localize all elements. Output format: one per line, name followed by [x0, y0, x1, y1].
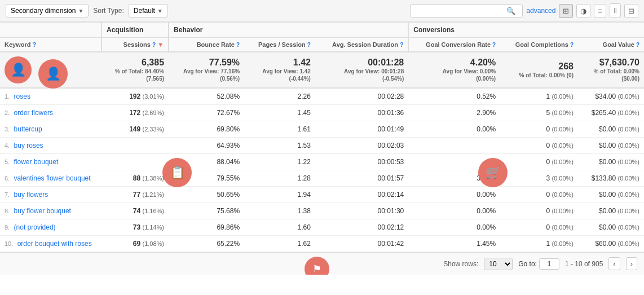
avg-session-cell: 00:01:49: [315, 121, 408, 138]
group-header-row: Acquisition Behavior Conversions: [0, 23, 644, 38]
goal-conv-rate-cell: 0.00%: [408, 203, 500, 219]
goal-conv-rate-cell: 0.00%: [408, 121, 500, 138]
goal-completions-help-icon[interactable]: ?: [570, 42, 574, 48]
list-view-button[interactable]: ≡: [594, 4, 606, 18]
row-number: 1.: [5, 93, 12, 100]
table-row: 9. (not provided) 73 (1.14%) 69.86% 1.60…: [0, 219, 644, 236]
goal-conv-rate-cell: [408, 138, 500, 154]
table-view-button[interactable]: ⊟: [624, 4, 638, 18]
keyword-link[interactable]: order bouquet with roses: [17, 240, 92, 248]
pages-session-cell: 1.22: [244, 154, 315, 170]
goto-label: Go to:: [518, 260, 537, 268]
goal-conv-rate-cell: 3.41%: [408, 170, 500, 187]
keyword-col-header: Keyword ?: [0, 38, 102, 52]
totals-avg-session: 00:01:28 Avg for View: 00:01:28(-0.54%): [315, 52, 408, 88]
sessions-cell: 88 (1.38%): [102, 170, 169, 187]
goal-value-cell: $0.00 (0.00%): [578, 187, 644, 203]
secondary-dimension-dropdown[interactable]: Secondary dimension ▼: [6, 4, 89, 17]
search-box: 🔍: [410, 5, 523, 17]
keyword-cell: 6. valentines flower bouquet: [0, 170, 102, 187]
keyword-help-icon[interactable]: ?: [33, 41, 37, 48]
pages-session-cell: 1.94: [244, 187, 315, 203]
next-page-button[interactable]: ›: [626, 257, 637, 270]
goal-completions-cell: 1 (0.00%): [500, 88, 578, 105]
goal-completions-cell: 0 (0.00%): [500, 154, 578, 170]
prev-page-button[interactable]: ‹: [608, 257, 620, 270]
goal-completions-cell: 0 (0.00%): [500, 138, 578, 154]
search-input[interactable]: [414, 7, 504, 15]
show-rows-label: Show rows:: [443, 260, 478, 268]
totals-goal-conv-rate: 4.20% Avg for View: 0.00%(0.00%): [408, 52, 500, 88]
goal-conv-rate-cell: 0.00%: [408, 187, 500, 203]
secondary-dimension-label: Secondary dimension: [11, 7, 76, 15]
behavior-group-header: Behavior: [169, 23, 408, 38]
sessions-cell: 74 (1.16%): [102, 203, 169, 219]
sessions-cell: [102, 138, 169, 154]
sessions-cell: 149 (2.33%): [102, 121, 169, 138]
toolbar-right: 🔍 advanced ⊞ ◑ ≡ ⫴ ⊟: [410, 3, 638, 18]
grid-view-button[interactable]: ⊞: [559, 4, 573, 18]
row-number: 7.: [5, 191, 12, 198]
keyword-link[interactable]: buy flower bouquet: [14, 207, 71, 215]
pages-session-cell: 1.62: [244, 236, 315, 252]
sessions-cell: [102, 154, 169, 170]
keyword-cell: 5. flower bouquet: [0, 154, 102, 170]
acquisition-group-header: Acquisition: [102, 23, 169, 38]
keyword-link[interactable]: valentines flower bouquet: [14, 174, 91, 182]
goal-value-cell: $133.80 (0.00%): [578, 170, 644, 187]
bounce-rate-cell: 64.93%: [169, 138, 244, 154]
pie-view-button[interactable]: ◑: [576, 4, 590, 18]
goal-conv-rate-col-header: Goal Conversion Rate ?: [408, 38, 500, 52]
goal-conv-rate-cell: 1.45%: [408, 236, 500, 252]
columns-view-button[interactable]: ⫴: [610, 3, 621, 18]
table-row: 3. buttercup 149 (2.33%) 69.80% 1.61 00:…: [0, 121, 644, 138]
toolbar-left: Secondary dimension ▼ Sort Type: Default…: [6, 4, 405, 17]
table-row: 6. valentines flower bouquet 88 (1.38%) …: [0, 170, 644, 187]
row-number: 5.: [5, 158, 12, 165]
bounce-rate-cell: 72.67%: [169, 105, 244, 121]
keyword-link[interactable]: buy flowers: [14, 191, 48, 199]
search-button[interactable]: 🔍: [506, 7, 515, 15]
keyword-link[interactable]: roses: [14, 93, 30, 100]
sessions-cell: 77 (1.21%): [102, 187, 169, 203]
keyword-link[interactable]: buy roses: [14, 142, 43, 149]
keyword-link[interactable]: order flowers: [14, 109, 53, 117]
goto-input[interactable]: [539, 258, 559, 270]
goal-completions-cell: 0 (0.00%): [500, 187, 578, 203]
avg-session-cell: 00:00:53: [315, 154, 408, 170]
sessions-cell: 69 (1.08%): [102, 236, 169, 252]
keyword-link[interactable]: flower bouquet: [14, 158, 59, 166]
goal-completions-cell: 3 (0.00%): [500, 170, 578, 187]
goal-completions-cell: 1 (0.00%): [500, 236, 578, 252]
keyword-cell: 7. buy flowers: [0, 187, 102, 203]
table-row: 8. buy flower bouquet 74 (1.16%) 75.68% …: [0, 203, 644, 219]
sessions-cell: 172 (2.69%): [102, 105, 169, 121]
sort-down-icon: ▼: [157, 41, 164, 48]
pages-help-icon[interactable]: ?: [307, 42, 311, 48]
goal-completions-col-header: Goal Completions ?: [500, 38, 578, 52]
row-number: 6.: [5, 175, 12, 182]
toolbar: Secondary dimension ▼ Sort Type: Default…: [0, 0, 644, 22]
avg-session-help-icon[interactable]: ?: [400, 42, 403, 48]
keyword-link[interactable]: buttercup: [14, 125, 42, 133]
totals-goal-completions: 268 % of Total: 0.00% (0): [500, 52, 578, 88]
table-row: 7. buy flowers 77 (1.21%) 50.65% 1.94 00…: [0, 187, 644, 203]
bounce-rate-cell: 52.08%: [169, 88, 244, 105]
show-rows-select[interactable]: 10 25 50 100: [484, 258, 513, 270]
goal-conv-help-icon[interactable]: ?: [492, 42, 496, 48]
row-number: 4.: [5, 142, 12, 149]
avg-session-cell: 00:02:28: [315, 88, 408, 105]
goto-section: Go to:: [518, 258, 559, 270]
keyword-cell: 9. (not provided): [0, 219, 102, 236]
sort-type-dropdown[interactable]: Default ▼: [129, 4, 168, 17]
goal-value-help-icon[interactable]: ?: [636, 42, 639, 48]
avg-session-cell: 00:01:57: [315, 170, 408, 187]
sessions-help-icon[interactable]: ?: [152, 42, 156, 48]
bounce-help-icon[interactable]: ?: [236, 42, 240, 48]
advanced-link[interactable]: advanced: [526, 7, 555, 15]
goal-value-cell: $0.00 (0.00%): [578, 121, 644, 138]
keyword-cell: 10. order bouquet with roses: [0, 236, 102, 252]
avg-session-cell: 00:02:14: [315, 187, 408, 203]
totals-keyword-cell: 👤: [0, 52, 102, 88]
keyword-link[interactable]: (not provided): [14, 223, 56, 231]
